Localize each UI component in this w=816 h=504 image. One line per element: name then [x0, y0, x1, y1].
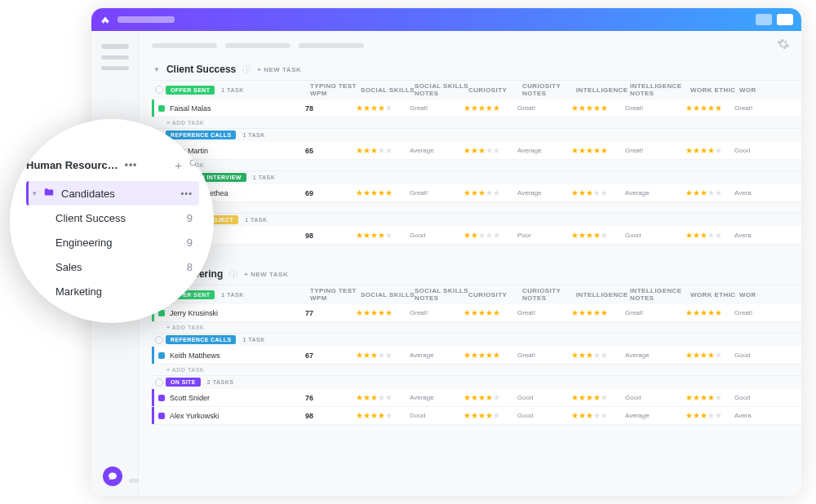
window-control-min[interactable] — [756, 14, 772, 25]
column-header[interactable]: SOCIAL SKILLS NOTES — [415, 287, 468, 302]
add-task-button[interactable]: + ADD TASK — [152, 160, 801, 170]
star-rating[interactable]: ★★★★★ — [571, 394, 608, 402]
curiosity-note[interactable]: Good — [517, 412, 571, 419]
column-header[interactable]: WOR — [739, 86, 772, 94]
curiosity-rating[interactable]: ★★★★★ — [463, 394, 517, 402]
curiosity-rating[interactable]: ★★★★★ — [463, 309, 517, 317]
star-rating[interactable]: ★★★★★ — [356, 232, 392, 240]
collapse-ring-icon[interactable] — [155, 336, 163, 344]
sidebar-item-candidates[interactable]: ▾Candidates••• — [26, 181, 199, 206]
star-rating[interactable]: ★★★★★ — [356, 412, 392, 420]
intelligence-rating[interactable]: ★★★★★ — [571, 394, 625, 402]
curiosity-rating[interactable]: ★★★★★ — [463, 351, 517, 360]
task-row[interactable]: Alex Yurkowski98★★★★★Good★★★★★Good★★★★★A… — [152, 407, 801, 425]
work-ethic-note[interactable]: Good — [734, 147, 767, 154]
task-row[interactable]: Keith Matthews67★★★★★Average★★★★★Great!★… — [152, 347, 801, 365]
work-ethic-note[interactable]: Avera — [734, 232, 767, 239]
intelligence-note[interactable]: Good — [625, 394, 685, 401]
work-ethic-note[interactable]: Good — [734, 351, 767, 359]
star-rating[interactable]: ★★★★★ — [463, 412, 500, 420]
star-rating[interactable]: ★★★★★ — [571, 104, 608, 113]
intelligence-note[interactable]: Great! — [625, 309, 685, 316]
wpm-value[interactable]: 78 — [305, 104, 356, 113]
wpm-value[interactable]: 98 — [305, 232, 356, 240]
star-rating[interactable]: ★★★★★ — [685, 232, 722, 240]
curiosity-rating[interactable]: ★★★★★ — [463, 412, 517, 420]
star-rating[interactable]: ★★★★★ — [571, 232, 608, 240]
social-skills-note[interactable]: Average — [410, 351, 463, 359]
section-header[interactable]: ▼Client Successi+ NEW TASK — [152, 60, 801, 80]
work-ethic-note[interactable]: Avera — [734, 189, 767, 197]
social-skills-note[interactable]: Average — [410, 147, 463, 154]
intelligence-note[interactable]: Good — [625, 232, 685, 239]
curiosity-note[interactable]: Great! — [517, 309, 571, 316]
work-ethic-rating[interactable]: ★★★★★ — [685, 351, 734, 360]
intelligence-rating[interactable]: ★★★★★ — [571, 309, 625, 317]
star-rating[interactable]: ★★★★★ — [463, 232, 500, 240]
social-skills-note[interactable]: Great! — [410, 189, 463, 197]
work-ethic-rating[interactable]: ★★★★★ — [685, 232, 734, 240]
status-pill[interactable]: OFFER SENT — [166, 86, 215, 95]
star-rating[interactable]: ★★★★★ — [463, 147, 500, 155]
intelligence-rating[interactable]: ★★★★★ — [571, 351, 625, 360]
curiosity-note[interactable]: Average — [517, 147, 571, 154]
work-ethic-note[interactable]: Great! — [734, 104, 767, 112]
social-skills-rating[interactable]: ★★★★★ — [356, 104, 410, 113]
add-task-button[interactable]: + ADD TASK — [152, 245, 801, 255]
wpm-value[interactable]: 98 — [305, 412, 356, 420]
social-skills-rating[interactable]: ★★★★★ — [356, 189, 410, 197]
star-rating[interactable]: ★★★★★ — [463, 189, 500, 197]
intelligence-note[interactable]: Average — [625, 351, 685, 359]
star-rating[interactable]: ★★★★★ — [571, 309, 608, 317]
star-rating[interactable]: ★★★★★ — [571, 189, 608, 197]
curiosity-note[interactable]: Good — [517, 394, 571, 401]
social-skills-rating[interactable]: ★★★★★ — [356, 412, 410, 420]
status-pill[interactable]: ON SITE — [166, 378, 201, 387]
add-task-button[interactable]: + ADD TASK — [152, 202, 801, 213]
status-indicator-icon[interactable] — [158, 413, 165, 419]
social-skills-note[interactable]: Great! — [410, 309, 463, 316]
status-pill[interactable]: REFERENCE CALLS — [166, 335, 236, 344]
task-row[interactable]: Faisal Malas78★★★★★Great!★★★★★Great!★★★★… — [152, 99, 801, 117]
column-header[interactable]: CURIOSITY NOTES — [522, 287, 576, 302]
star-rating[interactable]: ★★★★★ — [685, 189, 722, 197]
task-row[interactable]: Jerry Krusinski77★★★★★Great!★★★★★Great!★… — [152, 304, 801, 322]
work-ethic-rating[interactable]: ★★★★★ — [685, 189, 734, 197]
star-rating[interactable]: ★★★★★ — [685, 351, 722, 360]
add-task-button[interactable]: + ADD TASK — [152, 365, 801, 375]
column-header[interactable]: TYPING TEST WPM — [310, 82, 361, 97]
work-ethic-rating[interactable]: ★★★★★ — [685, 104, 734, 113]
star-rating[interactable]: ★★★★★ — [356, 394, 392, 402]
wpm-value[interactable]: 69 — [305, 189, 356, 197]
column-header[interactable]: SOCIAL SKILLS NOTES — [415, 82, 468, 97]
work-ethic-note[interactable]: Avera — [734, 412, 767, 419]
star-rating[interactable]: ★★★★★ — [356, 189, 392, 197]
status-indicator-icon[interactable] — [158, 352, 165, 359]
wpm-value[interactable]: 65 — [305, 147, 356, 155]
curiosity-note[interactable]: Great! — [517, 104, 571, 112]
star-rating[interactable]: ★★★★★ — [463, 394, 500, 402]
work-ethic-rating[interactable]: ★★★★★ — [685, 309, 734, 317]
star-rating[interactable]: ★★★★★ — [685, 394, 722, 402]
column-header[interactable]: INTELLIGENCE — [576, 86, 630, 94]
candidate-name[interactable]: Keith Matthews — [170, 351, 305, 360]
intelligence-note[interactable]: Average — [625, 412, 685, 419]
work-ethic-note[interactable]: Great! — [734, 309, 767, 316]
chevron-down-icon[interactable]: ▼ — [153, 66, 160, 73]
star-rating[interactable]: ★★★★★ — [685, 412, 722, 420]
sidebar-item-client-success[interactable]: Client Success9 — [26, 206, 199, 230]
star-rating[interactable]: ★★★★★ — [685, 309, 722, 317]
sidebar-item-sales[interactable]: Sales8 — [26, 254, 199, 279]
wpm-value[interactable]: 76 — [305, 394, 356, 402]
column-header[interactable]: CURIOSITY — [468, 291, 522, 298]
star-rating[interactable]: ★★★★★ — [463, 104, 500, 113]
item-more-icon[interactable]: ••• — [180, 188, 193, 198]
column-header[interactable]: INTELLIGENCE — [576, 291, 630, 298]
column-header[interactable]: CURIOSITY — [468, 86, 522, 94]
intelligence-rating[interactable]: ★★★★★ — [571, 104, 625, 113]
new-task-button[interactable]: + NEW TASK — [257, 66, 301, 73]
sidebar-item-marketing[interactable]: Marketing9 — [26, 279, 199, 303]
star-rating[interactable]: ★★★★★ — [356, 351, 392, 360]
info-icon[interactable]: i — [242, 65, 251, 73]
star-rating[interactable]: ★★★★★ — [571, 147, 608, 155]
